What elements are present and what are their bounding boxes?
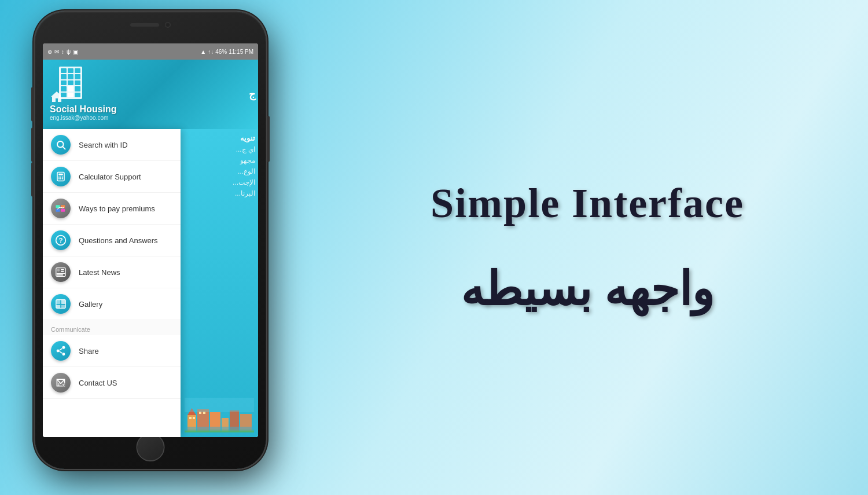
arabic-line-6: البرنا... [183,189,255,197]
menu-item-news[interactable]: Latest News [43,256,181,288]
svg-rect-13 [56,209,60,212]
share-label: Share [79,347,99,355]
title-arabic: واجهه بسيطه [461,262,714,316]
menu-item-qa[interactable]: ? Questions and Answers [43,225,181,256]
premiums-label: Ways to pay premiums [79,204,155,213]
svg-rect-4 [58,174,63,175]
svg-rect-41 [193,417,195,419]
svg-rect-20 [61,271,64,272]
calculator-icon [51,167,71,186]
status-right: ▲ ↑↓ 46% 11:15 PM [200,49,253,55]
svg-point-5 [58,177,60,178]
news-label: Latest News [79,268,120,277]
qa-icon: ? [51,230,71,250]
drawer-menu: Search with ID [43,129,181,437]
arabic-line-4: الوع... [183,167,255,175]
phone-shell: ⊕ ✉ ↕ ψ ▣ ▲ ↑↓ 46% 11:15 PM [35,12,266,469]
app-email: eng.issak@yahoo.com [50,115,117,121]
svg-rect-26 [56,305,60,309]
svg-rect-40 [189,417,192,419]
svg-point-28 [62,346,65,349]
arabic-line-5: الإجت... [183,178,255,186]
screenshot-icon: ▣ [73,49,78,55]
signal-icon: ⊕ [47,49,52,55]
svg-text:?: ? [58,236,62,244]
app-name: Social Housing [50,104,117,115]
svg-rect-19 [61,269,64,270]
qa-label: Questions and Answers [79,236,158,245]
gallery-label: Gallery [79,300,102,309]
network-icon: ↑↓ [208,49,214,55]
right-panel: Simple Interface واجهه بسيطه [307,0,868,495]
wifi-icon: ▲ [200,49,206,55]
arabic-header-text: ج [164,88,256,101]
svg-point-18 [57,269,60,272]
premiums-icon [51,199,71,218]
communicate-header: Communicate [43,320,181,335]
camera [165,22,171,28]
home-button[interactable] [138,434,164,460]
arabic-line-2: اي ج... [183,145,255,153]
header-arabic-overlay: ج [161,60,258,129]
menu-item-premiums[interactable]: Ways to pay premiums [43,193,181,225]
svg-rect-45 [185,398,254,412]
svg-point-6 [60,177,61,178]
town-illustration [183,398,255,432]
usb-icon: ψ [67,49,71,55]
svg-rect-25 [61,300,65,304]
arabic-line-1: تنويه [183,134,255,142]
svg-point-8 [58,178,60,179]
svg-point-10 [62,178,63,179]
speaker [130,23,159,27]
app-title-section: Social Housing eng.issak@yahoo.com [50,104,117,121]
menu-item-share[interactable]: Share [43,335,181,367]
news-icon [51,262,71,282]
app-logo [50,67,82,104]
gallery-icon [51,294,71,314]
svg-rect-22 [57,274,63,276]
phone-top-bar [130,22,171,28]
battery-percent: 46% [215,49,227,55]
arabic-line-3: مجهو [183,156,255,164]
status-left-icons: ⊕ ✉ ↕ ψ ▣ [47,49,78,55]
search-icon [51,135,71,155]
app-content-overlay: تنويه اي ج... مجهو الوع... الإجت... البر… [181,129,258,437]
sync-icon: ↕ [61,49,64,55]
svg-rect-47 [185,427,254,431]
svg-rect-14 [61,209,65,212]
contact-icon [51,373,71,393]
status-bar: ⊕ ✉ ↕ ψ ▣ ▲ ↑↓ 46% 11:15 PM [43,43,258,60]
menu-item-search[interactable]: Search with ID [43,129,181,161]
menu-item-contact[interactable]: Contact US [43,367,181,399]
screen-content: Search with ID [43,129,258,437]
phone-device: ⊕ ✉ ↕ ψ ▣ ▲ ↑↓ 46% 11:15 PM [35,12,278,481]
mail-icon: ✉ [54,49,59,55]
svg-line-2 [62,146,65,149]
contact-label: Contact US [79,379,117,387]
svg-point-29 [57,350,60,353]
svg-rect-27 [61,305,65,309]
calculator-label: Calculator Support [79,173,141,181]
svg-point-7 [62,177,63,178]
time-display: 11:15 PM [229,49,253,55]
search-label: Search with ID [79,141,128,149]
menu-item-gallery[interactable]: Gallery [43,288,181,320]
svg-rect-24 [56,300,60,304]
svg-point-9 [60,178,61,179]
menu-item-calculator[interactable]: Calculator Support [43,161,181,193]
svg-point-30 [62,353,65,355]
phone-screen: ⊕ ✉ ↕ ψ ▣ ▲ ↑↓ 46% 11:15 PM [43,43,258,437]
svg-line-31 [60,349,62,350]
share-icon [51,341,71,361]
title-english: Simple Interface [431,179,744,228]
svg-line-32 [60,351,62,353]
svg-rect-21 [57,273,65,274]
app-header: Social Housing eng.issak@yahoo.com ج [43,60,258,129]
